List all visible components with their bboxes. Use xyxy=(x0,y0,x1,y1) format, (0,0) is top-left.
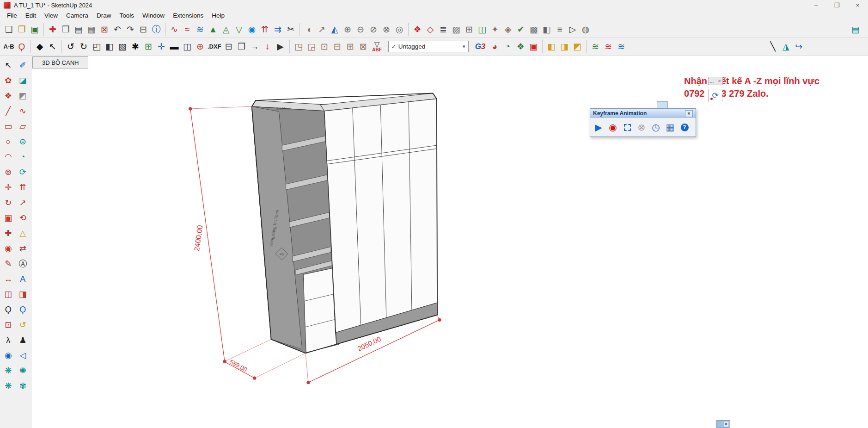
round-corner-icon[interactable]: ◖ xyxy=(302,22,315,37)
weld-edges-icon[interactable]: ≈ xyxy=(181,22,194,37)
export-video-button[interactable]: ▦ xyxy=(664,121,677,134)
vector-push-icon[interactable]: ⇉ xyxy=(271,22,284,37)
plugin-gear-3-icon[interactable]: ❋ xyxy=(1,379,15,393)
fold-page-icon[interactable]: ↪ xyxy=(792,39,805,54)
timing-button[interactable]: ◷ xyxy=(649,121,662,134)
black-rect-icon[interactable]: ▬ xyxy=(168,39,181,54)
rotated-rect-tool-icon[interactable]: ▱ xyxy=(16,119,30,133)
material-replacer-icon[interactable]: ▩ xyxy=(527,22,540,37)
walk-tool-icon[interactable]: λ xyxy=(1,333,15,347)
section-cut-icon[interactable]: ◧ xyxy=(540,22,553,37)
curve-maker-icon[interactable]: ≋ xyxy=(194,22,207,37)
text-tool-icon[interactable]: Ⓐ xyxy=(16,257,30,271)
line-tool-icon[interactable]: ╱ xyxy=(1,104,15,118)
cube-yellow-2-icon[interactable]: ◨ xyxy=(558,39,571,54)
box-tool-1-icon[interactable]: ◳ xyxy=(292,39,305,54)
fragment-close-icon[interactable]: × xyxy=(724,422,728,427)
zoom-extents-tool-icon[interactable]: ⊡ xyxy=(1,318,15,332)
joint-push-pull-icon[interactable]: ⇈ xyxy=(258,22,271,37)
menu-extensions[interactable]: Extensions xyxy=(169,11,208,21)
record-keyframe-button[interactable]: ◉ xyxy=(606,121,619,134)
terrain-red-icon[interactable]: ◕ xyxy=(488,39,501,54)
components-icon[interactable]: ▦ xyxy=(85,22,98,37)
search-icon[interactable]: Ϙ xyxy=(15,39,28,54)
cube-yellow-3-icon[interactable]: ◩ xyxy=(571,39,584,54)
scissors-icon[interactable]: ✂ xyxy=(284,22,297,37)
soap-skin-icon[interactable]: ◉ xyxy=(245,22,258,37)
redo-icon[interactable]: ↷ xyxy=(124,22,137,37)
soften-eraser-tool-icon[interactable]: ◩ xyxy=(16,89,30,103)
shell-icon[interactable]: ◎ xyxy=(393,22,406,37)
plugin-gear-1-icon[interactable]: ❋ xyxy=(1,364,15,378)
component-table-icon[interactable]: ⊞ xyxy=(142,39,155,54)
dimension-tool-icon[interactable]: ↔ xyxy=(1,272,15,286)
mirror-icon[interactable]: ◭ xyxy=(328,22,341,37)
menu-help[interactable]: Help xyxy=(208,11,229,21)
open-section-icon[interactable]: ◰ xyxy=(90,39,103,54)
follow-me-tool-icon[interactable]: ⟳ xyxy=(16,165,30,179)
help-button[interactable]: ? xyxy=(678,121,691,134)
3d-text-tool-icon[interactable]: A xyxy=(16,272,30,286)
open-file-icon[interactable]: ❐ xyxy=(15,22,28,37)
print-icon[interactable]: ⊟ xyxy=(137,22,150,37)
eye-tool-icon[interactable]: ◉ xyxy=(1,242,15,255)
layers-green-icon[interactable]: ≋ xyxy=(589,39,602,54)
sandbox-smoove-icon[interactable]: ◬ xyxy=(220,22,232,37)
section-fill-tool-icon[interactable]: ◨ xyxy=(16,287,30,301)
layers-red-icon[interactable]: ≋ xyxy=(602,39,615,54)
new-file-icon[interactable]: ❏ xyxy=(2,22,15,37)
solid-intersect-icon[interactable]: ⊗ xyxy=(380,22,393,37)
uv-unwrap-icon[interactable]: ⊞ xyxy=(463,22,476,37)
menu-draw[interactable]: Draw xyxy=(92,11,116,21)
freehand-tool-icon[interactable]: ∿ xyxy=(16,104,30,118)
curviloft-icon[interactable]: ❖ xyxy=(411,22,424,37)
minimize-button[interactable]: – xyxy=(806,0,826,11)
drape-icon[interactable]: ▽ xyxy=(232,22,245,37)
erase-icon[interactable]: ⊠ xyxy=(98,22,111,37)
zoom-window-tool-icon[interactable]: Ϙ xyxy=(16,303,30,316)
g3-plugin-icon[interactable]: G 3 xyxy=(475,42,486,51)
vertex-tools-icon[interactable]: ◈ xyxy=(501,22,514,37)
artisan-icon[interactable]: ✦ xyxy=(489,22,501,37)
settings-gear-icon[interactable]: ✱ xyxy=(129,39,142,54)
swap-tool-icon[interactable]: ⇄ xyxy=(16,242,30,255)
scale-tool-icon[interactable]: ↗ xyxy=(16,196,30,210)
layers-blue-icon[interactable]: ≋ xyxy=(615,39,628,54)
arc2-tool-icon[interactable]: ⟲ xyxy=(16,211,30,225)
select-cursor-icon[interactable]: ↖ xyxy=(46,39,59,54)
scene-manager-icon[interactable]: ≡ xyxy=(553,22,566,37)
menu-camera[interactable]: Camera xyxy=(62,11,92,21)
stack-pages-icon[interactable]: ❒ xyxy=(235,39,248,54)
menu-view[interactable]: View xyxy=(40,11,62,21)
cube-yellow-1-icon[interactable]: ◧ xyxy=(545,39,558,54)
rotate-tool-icon[interactable]: ↻ xyxy=(1,196,15,210)
section-plane-tool-icon[interactable]: ◫ xyxy=(1,287,15,301)
sandbox-contours-icon[interactable]: ▲ xyxy=(207,22,220,37)
model-info-icon[interactable]: ⓘ xyxy=(150,22,163,37)
cleanup-icon[interactable]: ✔ xyxy=(514,22,527,37)
skin-contours-icon[interactable]: ◇ xyxy=(424,22,437,37)
offset-tool-icon[interactable]: ⊚ xyxy=(1,165,15,179)
extension-manual-icon[interactable]: ▤ xyxy=(849,22,862,37)
fredo-scale-icon[interactable]: ↗ xyxy=(315,22,328,37)
render-engine-icon[interactable]: ◍ xyxy=(579,22,592,37)
rotate-view-left-icon[interactable]: ↺ xyxy=(64,39,77,54)
protractor-tool-icon[interactable]: △ xyxy=(16,226,30,240)
hatch-face-icon[interactable]: ▧ xyxy=(116,39,129,54)
mesh-icon[interactable]: ❖ xyxy=(514,39,527,54)
fragment-close-icon[interactable]: × xyxy=(718,78,721,84)
title-bar[interactable]: A TU_1 TU* - SketchUp 2024 – ❐ × xyxy=(0,0,868,11)
geo-location-icon[interactable]: ✚ xyxy=(46,22,59,37)
paint-black-icon[interactable]: ◆ xyxy=(33,39,46,54)
eraser-tool-icon[interactable]: ◪ xyxy=(16,74,30,87)
rectangle-tool-icon[interactable]: ▭ xyxy=(1,119,15,133)
plugin-gear-4-icon[interactable]: ✾ xyxy=(16,379,30,393)
select-keyframes-button[interactable] xyxy=(621,121,634,134)
look-around-tool-icon[interactable]: ◉ xyxy=(1,348,15,362)
pencil-tool-icon[interactable]: ✎ xyxy=(1,257,15,271)
abf-filter-button[interactable]: ▽ ABF xyxy=(370,41,385,52)
chevron-down-icon[interactable]: ▾ xyxy=(463,43,465,50)
solid-trim-icon[interactable]: ⊘ xyxy=(367,22,380,37)
arc-tool-icon[interactable]: ◠ xyxy=(1,150,15,164)
solid-subtract-icon[interactable]: ⊖ xyxy=(354,22,367,37)
